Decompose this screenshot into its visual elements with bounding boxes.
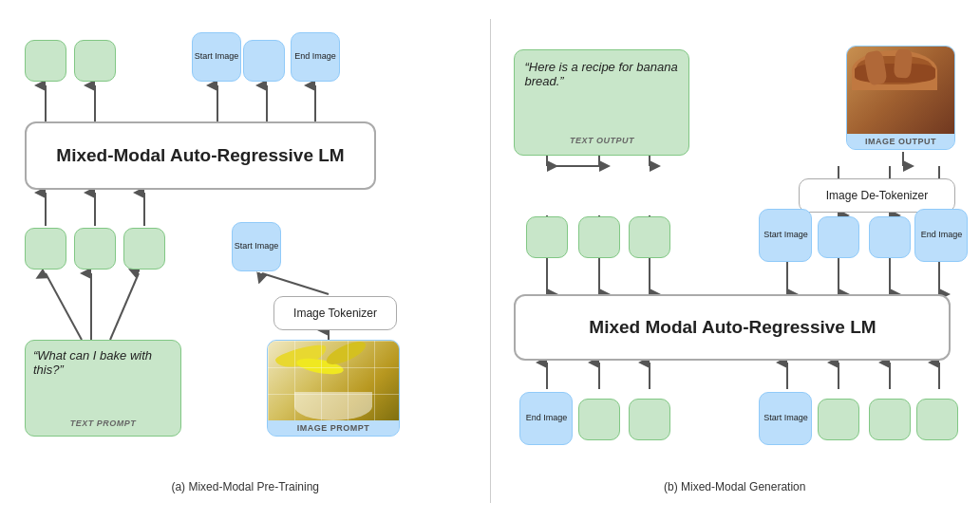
right-mid-end-image: End Image (914, 209, 968, 262)
mid-start-image-token: Start Image (232, 222, 281, 271)
right-mid-end-label: End Image (921, 230, 963, 240)
text-prompt-text: “What can I bake with this?” (33, 348, 173, 377)
lm-box-left: Mixed-Modal Auto-Regressive LM (25, 121, 376, 190)
image-tokenizer-box: Image Tokenizer (273, 296, 397, 330)
right-bot-green-5 (916, 399, 958, 440)
right-mid-green-2 (578, 216, 620, 258)
image-prompt-label: IMAGE PROMPT (268, 420, 399, 436)
right-bot-green-2 (629, 399, 670, 440)
right-bot-end-label: End Image (526, 413, 568, 423)
svg-line-5 (46, 273, 82, 340)
text-output-label: TEXT OUTPUT (524, 136, 679, 145)
top-token-green-1 (25, 40, 66, 82)
right-bot-start-label: Start Image (763, 413, 808, 423)
image-detokenizer-label: Image De-Tokenizer (826, 189, 928, 202)
right-mid-blue-2 (869, 216, 911, 258)
mid-token-green-3 (123, 228, 165, 270)
top-end-image-token: End Image (291, 32, 340, 82)
image-tokenizer-label: Image Tokenizer (293, 307, 377, 320)
right-bot-green-4 (869, 399, 911, 440)
right-bot-start-image: Start Image (759, 392, 812, 445)
right-bot-green-1 (578, 399, 620, 440)
top-start-image-token: Start Image (192, 32, 241, 82)
right-mid-start-label: Start Image (763, 230, 808, 240)
right-mid-blue-1 (818, 216, 859, 258)
svg-line-8 (262, 273, 329, 294)
top-token-blue-mid (243, 40, 285, 82)
diagram-divider (490, 19, 491, 503)
text-prompt-label: TEXT PROMPT (33, 419, 173, 428)
right-mid-green-1 (526, 216, 568, 258)
right-diagram: Mixed Modal Auto-Regressive LM “Here is … (504, 19, 965, 493)
lm-box-right: Mixed Modal Auto-Regressive LM (514, 294, 951, 361)
image-output-box: IMAGE OUTPUT (846, 46, 955, 150)
left-caption: (a) Mixed-Modal Pre-Training (15, 480, 476, 493)
text-prompt-box: “What can I bake with this?” TEXT PROMPT (25, 340, 181, 437)
text-output-box: “Here is a recipe for banana bread.” TEX… (514, 49, 689, 156)
top-token-green-2 (74, 40, 116, 82)
right-bot-end-image: End Image (519, 392, 573, 445)
lm-label-left: Mixed-Modal Auto-Regressive LM (56, 145, 344, 166)
lm-label-right: Mixed Modal Auto-Regressive LM (589, 317, 876, 338)
image-output-label: IMAGE OUTPUT (847, 134, 954, 149)
image-detokenizer-box: Image De-Tokenizer (799, 178, 955, 213)
mid-start-image-label: Start Image (235, 241, 279, 251)
top-end-image-label: End Image (294, 51, 336, 62)
right-mid-start-image: Start Image (759, 209, 812, 262)
image-prompt-box: IMAGE PROMPT (267, 340, 400, 437)
text-output-text: “Here is a recipe for banana bread.” (524, 60, 679, 136)
right-caption: (b) Mixed-Modal Generation (504, 480, 965, 493)
top-start-image-label: Start Image (195, 51, 239, 62)
svg-line-7 (110, 273, 139, 340)
right-mid-green-3 (629, 216, 670, 258)
left-diagram: Mixed-Modal Auto-Regressive LM Start Ima… (15, 19, 476, 493)
mid-token-green-2 (74, 228, 116, 270)
right-bot-green-3 (818, 399, 859, 440)
mid-token-green-1 (25, 228, 66, 270)
main-container: Mixed-Modal Auto-Regressive LM Start Ima… (6, 9, 974, 512)
